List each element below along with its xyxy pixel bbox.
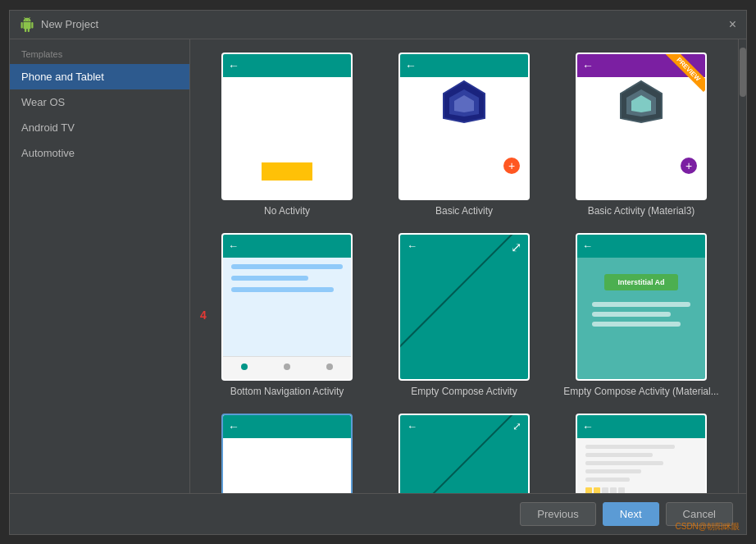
sidebar-item-automotive[interactable]: Automotive [10, 140, 189, 166]
dialog-title: New Project [41, 18, 98, 30]
main-content: ← No Activity [190, 39, 738, 493]
new-project-dialog: New Project × Templates Phone and Tablet… [9, 10, 747, 535]
template-label-basic-material3: Basic Activity (Material3) [588, 205, 695, 217]
scrollbar[interactable] [738, 39, 746, 493]
templates-grid: ← No Activity [190, 39, 738, 493]
template-empty-compose-material[interactable]: ← Interstitial Ad [561, 233, 722, 397]
dialog-footer: Previous Next Cancel [10, 493, 746, 534]
sidebar-item-label-wear-os: Wear OS [21, 96, 65, 108]
sidebar-header: Templates [10, 39, 189, 64]
template-fullscreen[interactable]: ← ⤢ Fullscreen Activity [384, 414, 544, 493]
sidebar-item-wear-os[interactable]: Wear OS [10, 89, 189, 115]
template-thumb-admob: ← [576, 414, 707, 493]
template-admob[interactable]: ← [561, 414, 722, 493]
title-bar: New Project × [10, 11, 746, 39]
template-thumb-empty-compose: ← ⤢ [398, 233, 530, 381]
scroll-thumb[interactable] [740, 48, 746, 97]
template-label-empty-compose: Empty Compose Activity [411, 386, 517, 397]
watermark: CSDN@朝阳眯眼 [676, 521, 740, 533]
template-basic-activity[interactable]: ← + [384, 53, 544, 217]
close-button[interactable]: × [729, 18, 736, 31]
previous-button[interactable]: Previous [520, 502, 596, 526]
template-basic-material3[interactable]: PREVIEW ← [561, 53, 722, 217]
sidebar: Templates Phone and Tablet Wear OS Andro… [10, 39, 190, 493]
template-label-empty-compose-material: Empty Compose Activity (Material... [563, 386, 718, 397]
sidebar-item-android-tv[interactable]: Android TV [10, 115, 189, 140]
selected-counter: 4 [200, 309, 207, 322]
template-label-basic-activity: Basic Activity [435, 205, 493, 217]
sidebar-item-label-automotive: Automotive [21, 147, 75, 159]
template-thumb-fullscreen: ← ⤢ [398, 414, 530, 493]
template-label-no-activity: No Activity [264, 205, 310, 217]
template-thumb-basic-activity: ← + [398, 53, 530, 200]
sidebar-item-label-android-tv: Android TV [21, 121, 75, 134]
template-no-activity[interactable]: ← No Activity [207, 53, 367, 217]
template-bottom-nav[interactable]: 4 ← [207, 233, 367, 397]
android-icon [20, 17, 34, 32]
sidebar-item-phone-tablet[interactable]: Phone and Tablet [10, 64, 189, 89]
template-thumb-bottom-nav: ← [221, 233, 353, 381]
sidebar-item-label-phone-tablet: Phone and Tablet [21, 71, 104, 83]
template-label-bottom-nav: Bottom Navigation Activity [230, 386, 344, 397]
content-area: Templates Phone and Tablet Wear OS Andro… [10, 39, 746, 493]
template-thumb-empty-compose-material: ← Interstitial Ad [576, 233, 707, 381]
next-button[interactable]: Next [603, 502, 659, 526]
title-bar-left: New Project [20, 17, 98, 32]
template-thumb-basic-material3: PREVIEW ← [576, 53, 707, 200]
template-empty-compose[interactable]: ← ⤢ Empty Compose Activity [384, 233, 544, 397]
template-empty-activity[interactable]: ← Empty Activity [207, 414, 367, 493]
template-thumb-empty-activity: ← [221, 414, 353, 493]
template-thumb-no-activity: ← [221, 53, 353, 200]
